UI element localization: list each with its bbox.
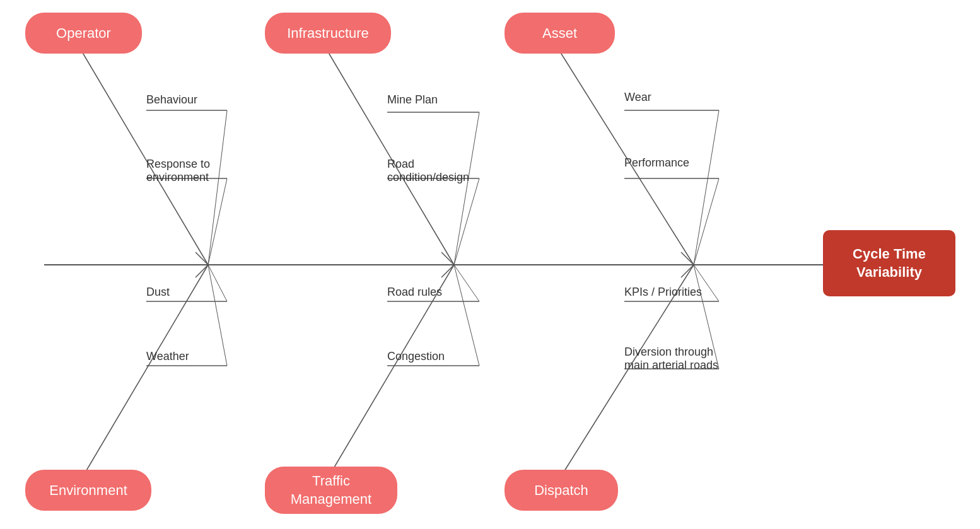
svg-line-26 bbox=[694, 178, 719, 265]
svg-line-2 bbox=[82, 265, 208, 478]
operator-node: Operator bbox=[25, 13, 142, 54]
svg-line-6 bbox=[208, 178, 227, 265]
dust-label: Dust bbox=[146, 286, 170, 299]
diversion-label: Diversion throughmain arterial roads bbox=[624, 346, 718, 372]
environment-node: Environment bbox=[25, 470, 151, 511]
svg-line-16 bbox=[454, 178, 479, 265]
road-rules-label: Road rules bbox=[387, 286, 442, 299]
wear-label: Wear bbox=[624, 91, 651, 104]
svg-line-4 bbox=[208, 110, 227, 265]
response-env-label: Response toenvironment bbox=[146, 158, 210, 184]
traffic-mgmt-node: TrafficManagement bbox=[265, 467, 397, 514]
dispatch-node: Dispatch bbox=[505, 470, 618, 511]
congestion-label: Congestion bbox=[387, 350, 445, 363]
svg-line-10 bbox=[208, 265, 227, 366]
kpis-label: KPIs / Priorities bbox=[624, 286, 702, 299]
asset-node: Asset bbox=[505, 13, 615, 54]
svg-line-8 bbox=[208, 265, 227, 301]
svg-line-20 bbox=[454, 265, 479, 366]
svg-line-24 bbox=[694, 110, 719, 265]
infrastructure-node: Infrastructure bbox=[265, 13, 391, 54]
weather-label: Weather bbox=[146, 350, 189, 363]
svg-line-14 bbox=[454, 112, 479, 265]
performance-label: Performance bbox=[624, 156, 689, 170]
outcome-box: Cycle TimeVariability bbox=[823, 230, 955, 296]
mine-plan-label: Mine Plan bbox=[387, 93, 438, 107]
svg-line-18 bbox=[454, 265, 479, 301]
behaviour-label: Behaviour bbox=[146, 93, 197, 107]
road-condition-label: Roadcondition/design bbox=[387, 158, 469, 184]
